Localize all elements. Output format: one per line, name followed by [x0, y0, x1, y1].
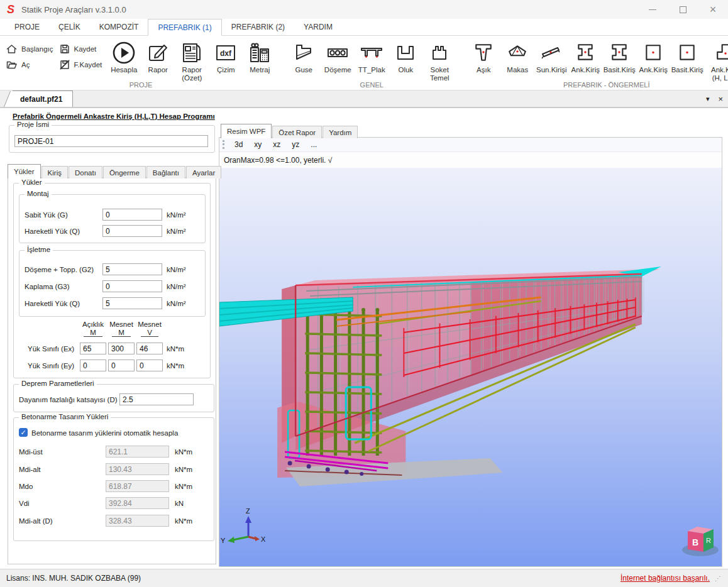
- yuk-sinifi-ex-mesnet-v-input[interactable]: [136, 343, 163, 354]
- minimize-button[interactable]: [637, 0, 668, 19]
- tab-prefabrik-1[interactable]: PREFABRIK (1): [148, 19, 221, 36]
- status-bar: Lisans: INS. MUH. SADIK OZBABA (99) İnte…: [0, 569, 728, 587]
- view-xy-button[interactable]: xy: [248, 140, 267, 149]
- page-title: Prefabrik Öngermeli Ankastre Kiriş (H,L,…: [13, 112, 215, 120]
- tab-ozet-rapor[interactable]: Özet Rapor: [272, 126, 322, 138]
- resize-grip-icon[interactable]: ⋰: [715, 575, 722, 582]
- tab-yardim[interactable]: Yardım: [323, 126, 358, 138]
- play-circle-icon: [112, 41, 136, 65]
- item-label: Basit.Kiriş: [671, 66, 703, 74]
- kaydet-button[interactable]: Kaydet: [60, 44, 102, 54]
- ac-button[interactable]: Aç: [6, 60, 53, 70]
- inverted-t-section-icon: [715, 43, 728, 63]
- field-label: Vdi: [19, 500, 30, 507]
- item-label: Sun.Kirişi: [536, 66, 567, 74]
- ank-kiris-hlt-button[interactable]: Ank.Kiriş (H, L, T): [707, 40, 728, 82]
- tab-resim-wpf[interactable]: Resim WPF: [221, 124, 272, 138]
- toolbar-grip-icon[interactable]: [223, 140, 224, 149]
- yuk-sinifi-ey-aciklik-input[interactable]: [80, 359, 106, 371]
- fkaydet-button[interactable]: F.Kaydet: [60, 60, 102, 70]
- soket-temel-button[interactable]: Soket Temel: [425, 40, 454, 82]
- item-label: Ank.Kiriş: [571, 66, 600, 74]
- metraj-button[interactable]: Metraj: [245, 40, 274, 74]
- item-label: Basit.Kiriş: [604, 66, 636, 74]
- basit-kiris-i-button[interactable]: Basit.Kiriş: [605, 40, 634, 74]
- view-xz-button[interactable]: xz: [267, 140, 286, 149]
- svg-text:dxf: dxf: [220, 49, 232, 58]
- dayanim-katsayisi-input[interactable]: [119, 393, 194, 405]
- tab-ayarlar[interactable]: Ayarlar: [186, 166, 221, 178]
- ribbon-group-label: PROJE: [0, 81, 282, 89]
- tab-prefabrik-2[interactable]: PREFABRIK (2): [222, 19, 294, 35]
- tab-baglanti[interactable]: Bağlantı: [146, 166, 185, 178]
- item-label: Soket Temel: [425, 66, 454, 82]
- viewport-3d[interactable]: Z Y X B R: [219, 168, 722, 566]
- item-label: Kaydet: [74, 45, 97, 53]
- viewer-body: 3d xy xz yz ... OranMax=0.98 <=1.00, yet…: [219, 137, 722, 567]
- item-label: F.Kaydet: [74, 61, 102, 69]
- view-yz-button[interactable]: yz: [286, 140, 305, 149]
- tab-list-dropdown-icon[interactable]: ▾: [706, 95, 710, 103]
- cizim-button[interactable]: dxf Çizim: [211, 40, 240, 74]
- baslangic-button[interactable]: Başlangıç: [6, 44, 53, 54]
- guse-button[interactable]: Guse: [289, 40, 318, 74]
- corbel-icon: [293, 43, 314, 63]
- rapor-button[interactable]: Rapor: [143, 40, 172, 74]
- sloped-beam-icon: [541, 43, 562, 63]
- license-text: Lisans: INS. MUH. SADIK OZBABA (99): [6, 574, 141, 583]
- view-toolbar: 3d xy xz yz ...: [219, 138, 722, 152]
- axis-y-label: Y: [221, 537, 226, 544]
- yuk-sinifi-ex-mesnet-m-input[interactable]: [108, 343, 135, 354]
- tab-ongerme[interactable]: Öngerme: [103, 166, 146, 178]
- tab-kompozit[interactable]: KOMPOZİT: [90, 19, 148, 35]
- yuk-sinifi-ey-mesnet-v-input[interactable]: [136, 359, 163, 371]
- field-label: Mdo: [19, 483, 33, 490]
- hesapla-button[interactable]: Hesapla: [109, 40, 138, 74]
- maximize-button[interactable]: [668, 0, 698, 19]
- minimize-icon: [649, 9, 656, 10]
- unit-label: kN/m²: [167, 228, 186, 235]
- rapor-ozet-button[interactable]: Rapor (Özet): [177, 40, 206, 82]
- internet-status-link[interactable]: İnternet bağlantısı başarılı.: [620, 574, 710, 583]
- yuk-sinifi-ex-aciklik-input[interactable]: [80, 343, 106, 354]
- item-label: Hesapla: [111, 66, 137, 74]
- close-button[interactable]: ×: [698, 0, 728, 19]
- sun-kirisi-button[interactable]: Sun.Kirişi: [537, 40, 566, 74]
- asik-button[interactable]: Aşık: [469, 40, 498, 74]
- document-area: Prefabrik Öngermeli Ankastre Kiriş (H,L,…: [0, 107, 728, 569]
- tab-kiris[interactable]: Kiriş: [41, 166, 68, 178]
- tab-proje[interactable]: PROJE: [5, 19, 49, 35]
- view-more-button[interactable]: ...: [305, 140, 323, 149]
- document-tab[interactable]: default.pf21: [13, 91, 73, 107]
- yuk-sinifi-ey-mesnet-m-input[interactable]: [108, 359, 135, 371]
- tab-yukler[interactable]: Yükler: [8, 164, 41, 178]
- ank-kiris-i-button[interactable]: Ank.Kiriş: [571, 40, 600, 74]
- logo-letter-b: B: [692, 537, 698, 547]
- document-close-icon[interactable]: ×: [718, 94, 723, 104]
- basit-kiris-square-button[interactable]: Basit.Kiriş: [673, 40, 702, 74]
- unit-label: kN/m²: [167, 283, 186, 290]
- hareketli-yuk-isletme-input[interactable]: [102, 297, 162, 309]
- item-label: Aç: [21, 61, 30, 69]
- doseme-topp-input[interactable]: [102, 263, 162, 275]
- tab-celik[interactable]: ÇELİK: [49, 19, 90, 35]
- makas-button[interactable]: Makas: [503, 40, 532, 74]
- otomatik-hesapla-checkbox[interactable]: ✓: [19, 428, 28, 437]
- hareketli-yuk-montaj-input[interactable]: [102, 225, 162, 237]
- ttplak-button[interactable]: TT_Plak: [357, 40, 386, 74]
- proje-ismi-input[interactable]: [14, 135, 208, 147]
- field-label: Hareketli Yük (Q): [25, 228, 80, 235]
- sabit-yuk-input[interactable]: [102, 209, 162, 221]
- oluk-button[interactable]: Oluk: [391, 40, 420, 74]
- kaplama-input[interactable]: [102, 280, 162, 292]
- view-3d-button[interactable]: 3d: [229, 140, 248, 149]
- item-label: Ank.Kiriş (H, L, T): [707, 66, 728, 82]
- doseme-button[interactable]: Döşeme: [323, 40, 352, 74]
- mdo-field: [106, 480, 169, 492]
- ank-kiris-square-button[interactable]: Ank.Kiriş: [639, 40, 668, 74]
- truss-icon: [507, 43, 527, 63]
- tab-donati[interactable]: Donatı: [69, 166, 102, 178]
- tab-yardim[interactable]: YARDIM: [294, 19, 342, 35]
- calculator-icon: [248, 41, 271, 64]
- 3d-beam-model[interactable]: Z Y X B R: [219, 168, 722, 566]
